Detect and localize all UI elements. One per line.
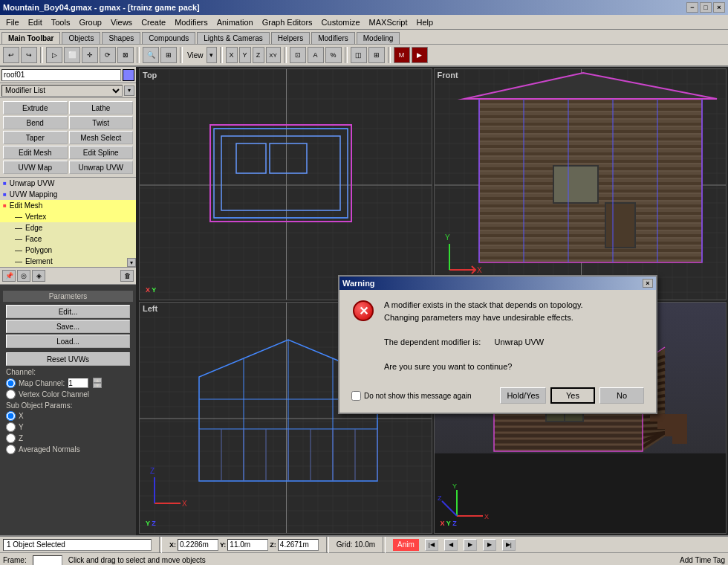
tab-objects[interactable]: Objects — [62, 32, 100, 44]
pin-stack-button[interactable]: 📌 — [2, 270, 16, 282]
channel-down[interactable]: ▼ — [93, 383, 102, 388]
y-coord-input[interactable] — [227, 539, 268, 551]
move-button[interactable]: ✛ — [82, 47, 98, 63]
btn-no[interactable]: No — [599, 387, 644, 404]
stack-item-unwrap-uvw[interactable]: ■ Unwrap UVW — [0, 178, 136, 189]
btn-hold-yes[interactable]: Hold/Yes — [500, 387, 546, 404]
play-button[interactable]: ▶ — [464, 539, 477, 551]
menu-animation[interactable]: Animation — [212, 16, 258, 28]
x-coord-input[interactable] — [178, 539, 218, 551]
channel-up[interactable]: ▲ — [93, 378, 102, 383]
btn-edit-mesh[interactable]: Edit Mesh — [3, 146, 68, 159]
object-color-swatch[interactable] — [123, 69, 134, 81]
stack-item-edit-mesh[interactable]: ■ Edit Mesh — [0, 200, 136, 211]
stack-item-uvw-mapping[interactable]: ■ UVW Mapping — [0, 189, 136, 200]
show-result-button[interactable]: ◈ — [32, 270, 45, 282]
stack-scrollbar-down[interactable]: ▾ — [127, 258, 136, 267]
maximize-button[interactable]: □ — [700, 2, 712, 13]
btn-mesh-select[interactable]: Mesh Select — [69, 131, 134, 144]
viewport-front[interactable]: Front X Z — [434, 68, 727, 300]
view-dropdown[interactable]: ▾ — [207, 47, 217, 63]
axis-x-radio[interactable] — [6, 411, 16, 421]
vertex-color-radio[interactable] — [6, 390, 16, 399]
close-button[interactable]: × — [713, 2, 725, 13]
menu-maxscript[interactable]: MAXScript — [365, 16, 412, 28]
stack-sub-polygon[interactable]: — Polygon — [0, 245, 136, 256]
btn-taper[interactable]: Taper — [3, 131, 68, 144]
averaged-normals-radio[interactable] — [6, 445, 16, 454]
btn-extrude[interactable]: Extrude — [3, 101, 68, 114]
menu-customize[interactable]: Customize — [317, 16, 365, 28]
remove-modifier-button[interactable]: 🗑 — [120, 270, 134, 282]
btn-edit[interactable]: Edit... — [6, 305, 130, 318]
scale-button[interactable]: ⊠ — [117, 47, 134, 63]
next-frame[interactable]: ▶ — [483, 539, 496, 551]
btn-edit-spline[interactable]: Edit Spline — [69, 146, 134, 159]
btn-save[interactable]: Save... — [6, 320, 130, 333]
prev-frame[interactable]: ◀ — [444, 539, 458, 551]
rotate-button[interactable]: ⟳ — [100, 47, 116, 63]
map-channel-input[interactable] — [68, 378, 88, 388]
menu-group[interactable]: Group — [74, 16, 106, 28]
select-region-button[interactable]: ⬜ — [64, 47, 80, 63]
play-prev-key[interactable]: |◀ — [425, 539, 438, 551]
zoom-all-button[interactable]: ⊞ — [160, 47, 177, 63]
dialog-close-button[interactable]: × — [643, 279, 653, 288]
menu-tools[interactable]: Tools — [47, 16, 75, 28]
minimize-button[interactable]: − — [686, 2, 698, 13]
menu-help[interactable]: Help — [412, 16, 438, 28]
menu-create[interactable]: Create — [137, 16, 170, 28]
axis-y-radio[interactable] — [6, 422, 16, 432]
snap-toggle[interactable]: ⊡ — [290, 47, 306, 63]
tab-helpers[interactable]: Helpers — [271, 32, 310, 44]
tab-compounds[interactable]: Compounds — [142, 32, 195, 44]
map-channel-radio[interactable] — [6, 378, 16, 388]
undo-button[interactable]: ↩ — [3, 47, 19, 63]
angle-snap[interactable]: A — [308, 47, 324, 63]
menu-views[interactable]: Views — [106, 16, 137, 28]
btn-reset-uvws[interactable]: Reset UVWs — [6, 352, 130, 366]
btn-load[interactable]: Load... — [6, 335, 130, 348]
tab-shapes[interactable]: Shapes — [102, 32, 140, 44]
zoom-button[interactable]: 🔍 — [143, 47, 159, 63]
active-slash-button[interactable]: ◎ — [17, 270, 30, 282]
align-button[interactable]: ⊞ — [368, 47, 385, 63]
redo-button[interactable]: ↪ — [21, 47, 37, 63]
percent-snap[interactable]: % — [325, 47, 342, 63]
anim-button[interactable]: Anim — [393, 539, 419, 551]
tab-main-toolbar[interactable]: Main Toolbar — [1, 32, 60, 44]
play-next-key[interactable]: ▶| — [502, 539, 516, 551]
dialog-text: A modifier exists in the stack that depe… — [384, 299, 644, 372]
btn-lathe[interactable]: Lathe — [69, 101, 134, 114]
viewport-top[interactable]: Top X Y — [139, 68, 432, 300]
select-object-button[interactable]: ▷ — [46, 47, 62, 63]
menu-graph-editors[interactable]: Graph Editors — [258, 16, 317, 28]
btn-bend[interactable]: Bend — [3, 116, 68, 129]
tab-modifiers[interactable]: Modifiers — [311, 32, 355, 44]
stack-sub-face[interactable]: — Face — [0, 233, 136, 245]
menu-edit[interactable]: Edit — [24, 16, 47, 28]
menu-file[interactable]: File — [1, 16, 24, 28]
mirror-button[interactable]: ◫ — [351, 47, 367, 63]
no-show-checkbox[interactable] — [351, 391, 361, 401]
btn-yes[interactable]: Yes — [550, 387, 595, 404]
btn-unwrap-uvw[interactable]: Unwrap UVW — [69, 161, 134, 174]
modifier-list-dropdown[interactable]: Modifier List — [1, 85, 123, 97]
dialog-title-bar[interactable]: Warning × — [339, 277, 656, 290]
modifier-list-expand[interactable]: ▾ — [124, 85, 134, 96]
stack-sub-edge[interactable]: — Edge — [0, 222, 136, 233]
btn-uvw-map[interactable]: UVW Map — [3, 161, 68, 174]
stack-tool-buttons: 📌 ◎ ◈ 🗑 — [0, 268, 136, 285]
object-name-input[interactable] — [1, 69, 121, 81]
material-editor[interactable]: M — [394, 47, 410, 63]
tab-modeling[interactable]: Modeling — [357, 32, 400, 44]
stack-sub-element[interactable]: — Element — [0, 256, 136, 267]
z-coord-input[interactable] — [278, 539, 319, 551]
tab-lights-cameras[interactable]: Lights & Cameras — [197, 32, 269, 44]
render-button[interactable]: ▶ — [412, 47, 428, 63]
axis-z-radio[interactable] — [6, 433, 16, 443]
menu-modifiers[interactable]: Modifiers — [170, 16, 212, 28]
frame-input[interactable] — [33, 555, 62, 566]
stack-sub-vertex[interactable]: — Vertex — [0, 211, 136, 222]
btn-twist[interactable]: Twist — [69, 116, 134, 129]
